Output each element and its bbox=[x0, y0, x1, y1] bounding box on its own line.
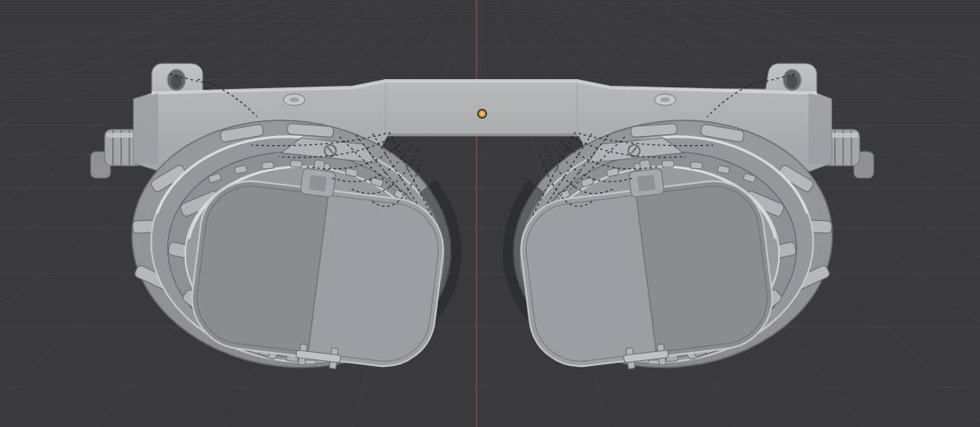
left-lug-hole bbox=[167, 69, 185, 91]
viewport-canvas bbox=[0, 0, 980, 427]
lens-cover bbox=[186, 176, 449, 373]
right-lug-hole bbox=[783, 69, 801, 91]
bridge-bolt-left bbox=[284, 94, 305, 106]
3d-viewport[interactable] bbox=[0, 0, 980, 427]
bridge-bolt-right bbox=[654, 94, 676, 106]
origin-point[interactable] bbox=[478, 110, 486, 118]
